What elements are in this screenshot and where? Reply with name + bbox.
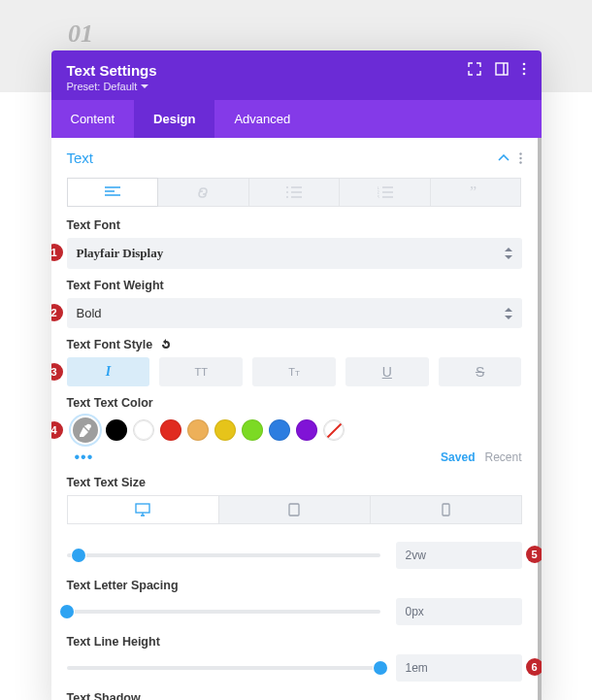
- color-picker[interactable]: [71, 416, 100, 445]
- panel-icon[interactable]: [495, 62, 509, 76]
- svg-text:”: ”: [470, 186, 477, 198]
- modal-title: Text Settings: [67, 62, 157, 79]
- tabs: Content Design Advanced: [51, 100, 542, 138]
- modal-header: Text Settings Preset: Default: [51, 50, 542, 100]
- swatch-white[interactable]: [133, 419, 154, 441]
- swatch-green[interactable]: [242, 419, 263, 441]
- chevron-down-icon: [141, 84, 148, 89]
- label-spacing: Text Letter Spacing: [67, 579, 522, 592]
- marker-5: 5: [526, 546, 542, 563]
- reset-icon[interactable]: [160, 339, 172, 350]
- preset-label: Preset: Default: [67, 81, 138, 92]
- label-weight: Text Font Weight: [67, 279, 522, 292]
- select-caret-icon: [505, 248, 512, 259]
- swatch-red[interactable]: [160, 419, 181, 441]
- svg-point-15: [286, 196, 288, 198]
- section-more-icon[interactable]: [519, 152, 522, 164]
- marker-6: 6: [526, 658, 542, 676]
- swatch-blue[interactable]: [269, 419, 290, 441]
- colors-recent-tab[interactable]: Recent: [484, 450, 521, 464]
- svg-point-6: [519, 156, 521, 158]
- svg-rect-27: [289, 504, 299, 516]
- spacing-input[interactable]: 0px: [396, 598, 522, 625]
- tab-advanced[interactable]: Advanced: [214, 100, 310, 138]
- marker-3: 3: [51, 363, 63, 381]
- weight-value: Bold: [77, 306, 102, 320]
- marker-2: 2: [51, 304, 63, 321]
- swatch-yellow[interactable]: [214, 419, 236, 441]
- swatch-orange[interactable]: [187, 419, 209, 441]
- svg-point-2: [522, 63, 525, 66]
- label-style: Text Font Style: [67, 338, 522, 351]
- colors-saved-tab[interactable]: Saved: [441, 450, 475, 464]
- lineheight-input[interactable]: 1em: [396, 654, 522, 682]
- label-shadow: Text Shadow: [67, 691, 522, 700]
- svg-rect-24: [136, 504, 149, 513]
- svg-point-3: [522, 68, 525, 71]
- tab-design[interactable]: Design: [134, 100, 214, 138]
- modal-body: Text: [51, 138, 542, 700]
- device-toggle: [67, 495, 522, 524]
- swatch-black[interactable]: [106, 419, 127, 441]
- label-color: Text Text Color: [67, 396, 522, 410]
- marker-4: 4: [51, 421, 63, 439]
- svg-point-13: [286, 191, 288, 193]
- label-lineheight: Text Line Height: [67, 635, 522, 649]
- step-number: 01: [68, 19, 93, 49]
- font-select[interactable]: Playfair Display: [67, 238, 522, 269]
- svg-point-11: [286, 186, 288, 188]
- svg-point-5: [519, 152, 521, 154]
- type-ul[interactable]: [249, 178, 341, 207]
- style-smallcaps[interactable]: TT: [252, 357, 336, 386]
- svg-point-4: [522, 73, 525, 76]
- text-type-toggle: 123 ”: [67, 178, 522, 207]
- device-tablet[interactable]: [219, 495, 371, 524]
- device-desktop[interactable]: [67, 495, 219, 524]
- settings-modal: Text Settings Preset: Default: [51, 50, 542, 700]
- spacing-slider[interactable]: [67, 610, 380, 614]
- expand-icon[interactable]: [468, 62, 481, 76]
- lineheight-slider[interactable]: [67, 666, 380, 670]
- style-underline[interactable]: U: [345, 357, 429, 386]
- label-font: Text Font: [67, 218, 522, 232]
- size-input[interactable]: 2vw: [396, 542, 522, 569]
- swatch-none[interactable]: [323, 419, 345, 441]
- svg-text:3: 3: [378, 194, 379, 198]
- label-size: Text Text Size: [67, 476, 522, 489]
- type-link[interactable]: [158, 178, 249, 207]
- select-caret-icon: [505, 308, 512, 319]
- style-italic[interactable]: I: [67, 357, 150, 386]
- color-more-icon[interactable]: •••: [67, 449, 94, 466]
- style-strikethrough[interactable]: S: [439, 357, 522, 386]
- size-slider[interactable]: [67, 553, 380, 557]
- preset-selector[interactable]: Preset: Default: [67, 81, 157, 92]
- swatch-purple[interactable]: [296, 419, 317, 441]
- label-style-text: Text Font Style: [67, 338, 153, 351]
- svg-point-7: [519, 161, 521, 163]
- tab-content[interactable]: Content: [51, 100, 135, 138]
- font-value: Playfair Display: [77, 246, 164, 261]
- device-phone[interactable]: [371, 495, 522, 524]
- collapse-icon[interactable]: [498, 154, 510, 161]
- style-uppercase[interactable]: TT: [159, 357, 243, 386]
- marker-1: 1: [51, 244, 63, 261]
- more-icon[interactable]: [522, 62, 526, 76]
- section-title[interactable]: Text: [67, 150, 94, 166]
- type-quote[interactable]: ”: [431, 178, 522, 207]
- svg-rect-28: [443, 504, 449, 516]
- svg-rect-0: [496, 63, 508, 75]
- weight-select[interactable]: Bold: [67, 298, 522, 328]
- type-paragraph[interactable]: [67, 178, 159, 207]
- type-ol[interactable]: 123: [340, 178, 431, 207]
